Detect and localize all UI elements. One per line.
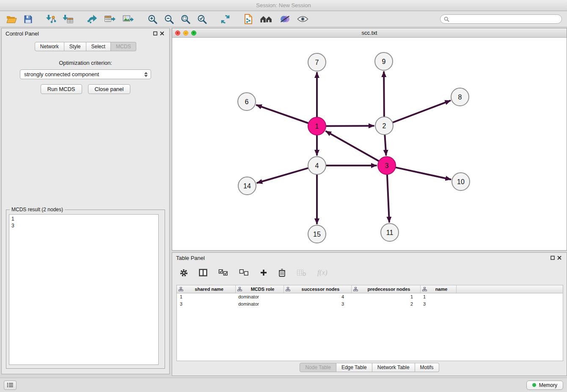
cell-name[interactable]: 3 [420,300,456,307]
open-file-icon[interactable] [5,14,18,25]
mcds-result-line: 3 [11,222,156,229]
show-columns-icon[interactable] [198,268,208,277]
apply-preferred-layout-icon[interactable] [259,14,274,24]
cell-name[interactable]: 1 [420,293,456,300]
cell-shared-name[interactable]: 1 [177,293,235,300]
tab-motifs[interactable]: Motifs [415,363,439,372]
zoom-in-icon[interactable] [147,14,158,25]
refresh-layout-icon[interactable] [220,14,231,25]
tab-style[interactable]: Style [64,42,86,51]
export-image-icon[interactable] [122,14,135,25]
graph-edge-3-10[interactable] [396,168,450,179]
delete-column-icon[interactable] [278,268,286,278]
graph-node-label-2: 2 [383,122,386,130]
mcds-result-group: MCDS result (2 nodes) 1 3 [6,210,165,369]
cell-shared-name[interactable]: 3 [177,300,235,307]
minimize-window-icon[interactable]: − [183,30,188,36]
status-bar: Memory [0,378,567,392]
run-mcds-button[interactable]: Run MCDS [41,84,82,94]
graph-edge-3-1[interactable] [326,131,379,161]
graph-node-label-7: 7 [315,59,319,66]
cell-mcds-role[interactable]: dominator [235,300,284,307]
cell-mcds-role[interactable]: dominator [235,293,284,300]
visual-styles-icon[interactable] [279,14,291,24]
export-table-icon[interactable] [104,14,117,25]
memory-button[interactable]: Memory [526,381,563,390]
column-header-predecessor-nodes[interactable]: predecessor nodes [351,285,420,293]
deselect-all-rows-icon[interactable] [238,268,250,277]
tab-edge-table[interactable]: Edge Table [336,363,372,372]
column-sort-icon [286,287,290,291]
show-graphics-details-icon[interactable] [296,14,309,24]
tab-mcds[interactable]: MCDS [111,42,136,51]
memory-label: Memory [539,382,557,388]
column-header-shared-name[interactable]: shared name [177,285,235,293]
cell-predecessor-nodes[interactable]: 1 [351,293,420,300]
graph-node-label-8: 8 [458,94,462,101]
table-settings-gear-icon[interactable] [179,268,189,278]
delete-table-icon[interactable] [296,268,307,277]
float-table-panel-icon[interactable] [549,255,556,261]
network-view-window: × − + scc.txt 7968124314101511 [172,28,567,251]
table-panel-tabs: Node Table Edge Table Network Table Moti… [172,363,567,372]
window-titlebar: Session: New Session [0,0,567,11]
network-window-title: scc.txt [172,30,567,36]
optimization-criterion-label: Optimization criterion: [2,60,169,66]
function-builder-icon[interactable]: f(x) [317,268,328,278]
column-header-successor-nodes[interactable]: successor nodes [284,285,351,293]
graph-edge-2-3[interactable] [385,135,386,155]
node-table[interactable]: shared name MCDS role successor nodes pr… [176,285,563,361]
control-panel-tabs: Network Style Select MCDS [2,42,169,51]
maximize-window-icon[interactable]: + [191,30,196,36]
search-input[interactable] [452,16,558,22]
import-table-file-icon[interactable] [62,14,74,25]
view-group [243,13,309,25]
float-panel-icon[interactable] [152,30,159,36]
column-sort-icon [353,287,358,291]
network-graph-canvas[interactable]: 7968124314101511 [172,38,567,250]
close-table-panel-icon[interactable] [556,255,563,261]
graph-node-label-11: 11 [386,229,394,236]
cell-successor-nodes[interactable]: 4 [284,293,351,300]
graph-node-label-9: 9 [382,58,386,65]
zoom-fit-icon[interactable] [180,14,191,25]
tab-node-table[interactable]: Node Table [300,363,336,372]
save-session-icon[interactable] [23,14,33,25]
graph-node-label-6: 6 [245,98,249,105]
graph-edge-3-11[interactable] [387,175,389,222]
new-network-from-selection-icon[interactable] [243,13,254,25]
graph-edge-2-9[interactable] [384,72,384,116]
graph-node-label-3: 3 [385,162,389,169]
main-toolbar [0,11,567,27]
export-network-icon[interactable] [86,14,99,25]
import-network-file-icon[interactable] [45,14,57,25]
import-group [45,14,74,25]
tab-network[interactable]: Network [35,42,64,51]
graph-edge-1-6[interactable] [257,105,308,123]
tab-select[interactable]: Select [86,42,111,51]
close-window-icon[interactable]: × [175,30,180,36]
column-header-name[interactable]: name [420,285,456,293]
close-panel-icon[interactable] [159,30,165,36]
graph-edge-2-8[interactable] [393,101,450,122]
cell-predecessor-nodes[interactable]: 2 [351,300,420,307]
zoom-selected-icon[interactable] [196,14,208,25]
column-header-mcds-role[interactable]: MCDS role [235,285,284,293]
criterion-value: strongly connected component [24,71,143,77]
column-header-filler [456,285,563,293]
close-panel-button[interactable]: Close panel [88,84,131,94]
cell-successor-nodes[interactable]: 3 [284,300,351,307]
graph-edge-1-2[interactable] [326,126,374,126]
network-window-titlebar[interactable]: × − + scc.txt [172,28,567,38]
mcds-result-list[interactable]: 1 3 [9,214,159,365]
select-all-rows-icon[interactable] [217,268,229,277]
table-row[interactable]: 1 dominator 4 1 1 [177,293,563,300]
task-history-icon[interactable] [4,381,17,390]
table-row[interactable]: 3 dominator 3 2 3 [177,300,563,307]
graph-edge-4-14[interactable] [257,168,308,183]
tab-network-table[interactable]: Network Table [372,363,415,372]
criterion-dropdown[interactable]: strongly connected component [20,69,151,79]
create-column-icon[interactable] [259,268,268,277]
table-panel: Table Panel [172,252,567,376]
zoom-out-icon[interactable] [163,14,175,25]
